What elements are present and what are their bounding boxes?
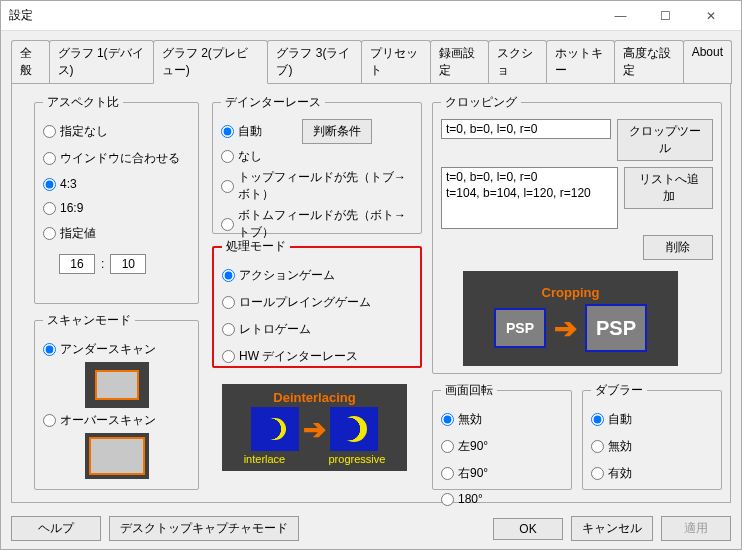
settings-window: 設定 — ☐ ✕ 全般グラフ 1(デバイス)グラフ 2(プレビュー)グラフ 3(… bbox=[0, 0, 742, 550]
cropping-illustration: Cropping PSP ➔ PSP bbox=[463, 271, 678, 366]
aspect-colon: : bbox=[101, 257, 104, 271]
proc-label-0: アクションゲーム bbox=[239, 267, 335, 284]
ok-button[interactable]: OK bbox=[493, 518, 563, 540]
rotate-label-0: 無効 bbox=[458, 411, 482, 428]
underscan-illustration bbox=[85, 362, 149, 408]
overscan-illustration bbox=[85, 433, 149, 479]
judge-condition-button[interactable]: 判断条件 bbox=[302, 119, 372, 144]
aspect-radio-4[interactable] bbox=[43, 227, 56, 240]
deint-bottom-radio[interactable] bbox=[221, 218, 234, 231]
proc-label-2: レトロゲーム bbox=[239, 321, 311, 338]
deint-img-right-cap: progressive bbox=[329, 453, 386, 465]
aspect-w-input[interactable] bbox=[59, 254, 95, 274]
doubler-options: 自動無効有効 bbox=[591, 407, 713, 486]
deint-img-left-cap: interlace bbox=[244, 453, 286, 465]
doubler-radio-1[interactable] bbox=[591, 440, 604, 453]
aspect-radio-1[interactable] bbox=[43, 152, 56, 165]
proc-radio-0[interactable] bbox=[222, 269, 235, 282]
doubler-legend: ダブラー bbox=[591, 382, 647, 399]
deint-none-radio[interactable] bbox=[221, 150, 234, 163]
scan-underscan-radio[interactable] bbox=[43, 343, 56, 356]
doubler-group: ダブラー 自動無効有効 bbox=[582, 382, 722, 490]
titlebar: 設定 — ☐ ✕ bbox=[1, 1, 741, 31]
crop-psp-big: PSP bbox=[585, 304, 647, 352]
aspect-label-3: 16:9 bbox=[60, 201, 83, 215]
proc-label-1: ロールプレイングゲーム bbox=[239, 294, 371, 311]
crop-list-item[interactable]: t=0, b=0, l=0, r=0 bbox=[446, 170, 613, 186]
crop-list-item[interactable]: t=104, b=104, l=120, r=120 bbox=[446, 186, 613, 202]
apply-button[interactable]: 適用 bbox=[661, 516, 731, 541]
deint-img-title: Deinterlacing bbox=[273, 390, 355, 405]
aspect-radio-2[interactable] bbox=[43, 178, 56, 191]
rotate-label-2: 右90° bbox=[458, 465, 488, 482]
tab-8[interactable]: 高度な設定 bbox=[614, 40, 683, 84]
crop-add-button[interactable]: リストへ追加 bbox=[624, 167, 713, 209]
tab-2[interactable]: グラフ 2(プレビュー) bbox=[153, 40, 269, 84]
help-button[interactable]: ヘルプ bbox=[11, 516, 101, 541]
window-title: 設定 bbox=[9, 7, 598, 24]
tab-3[interactable]: グラフ 3(ライブ) bbox=[267, 40, 362, 84]
deint-top-radio[interactable] bbox=[221, 180, 234, 193]
rotation-group: 画面回転 無効左90°右90°180° bbox=[432, 382, 572, 490]
tab-9[interactable]: About bbox=[683, 40, 732, 84]
tab-1[interactable]: グラフ 1(デバイス) bbox=[49, 40, 154, 84]
rotate-radio-3[interactable] bbox=[441, 493, 454, 506]
scan-overscan-radio[interactable] bbox=[43, 414, 56, 427]
deint-bottom-label: ボトムフィールドが先（ボト→トブ） bbox=[238, 207, 413, 241]
doubler-radio-0[interactable] bbox=[591, 413, 604, 426]
crop-tool-button[interactable]: クロップツール bbox=[617, 119, 713, 161]
aspect-h-input[interactable] bbox=[110, 254, 146, 274]
processing-mode-legend: 処理モード bbox=[222, 238, 290, 255]
aspect-group: アスペクト比 指定なしウインドウに合わせる4:316:9指定値 : bbox=[34, 94, 199, 304]
arrow-icon: ➔ bbox=[303, 413, 326, 446]
rotate-radio-0[interactable] bbox=[441, 413, 454, 426]
aspect-radio-3[interactable] bbox=[43, 202, 56, 215]
crop-delete-button[interactable]: 削除 bbox=[643, 235, 713, 260]
cropping-legend: クロッピング bbox=[441, 94, 521, 111]
cropping-group: クロッピング クロップツール t=0, b=0, l=0, r=0t=104, … bbox=[432, 94, 722, 374]
tab-6[interactable]: スクショ bbox=[488, 40, 547, 84]
maximize-button[interactable]: ☐ bbox=[643, 2, 688, 30]
deint-auto-radio[interactable] bbox=[221, 125, 234, 138]
aspect-legend: アスペクト比 bbox=[43, 94, 123, 111]
aspect-label-0: 指定なし bbox=[60, 123, 108, 140]
cancel-button[interactable]: キャンセル bbox=[571, 516, 653, 541]
scan-group: スキャンモード アンダースキャン オーバースキャン bbox=[34, 312, 199, 490]
aspect-label-4: 指定値 bbox=[60, 225, 96, 242]
proc-radio-1[interactable] bbox=[222, 296, 235, 309]
deinterlace-group: デインターレース 自動 判断条件 なし トップフィールドが先（トブ→ボト） ボト… bbox=[212, 94, 422, 234]
arrow-icon: ➔ bbox=[554, 312, 577, 345]
doubler-label-1: 無効 bbox=[608, 438, 632, 455]
doubler-label-2: 有効 bbox=[608, 465, 632, 482]
close-button[interactable]: ✕ bbox=[688, 2, 733, 30]
desktop-capture-button[interactable]: デスクトップキャプチャモード bbox=[109, 516, 299, 541]
bottom-bar: ヘルプ デスクトップキャプチャモード OK キャンセル 適用 bbox=[11, 516, 731, 541]
tab-4[interactable]: プリセット bbox=[361, 40, 430, 84]
deint-auto-label: 自動 bbox=[238, 123, 262, 140]
scan-overscan-label: オーバースキャン bbox=[60, 412, 156, 429]
rotate-radio-1[interactable] bbox=[441, 440, 454, 453]
rotate-label-1: 左90° bbox=[458, 438, 488, 455]
aspect-radio-0[interactable] bbox=[43, 125, 56, 138]
aspect-label-2: 4:3 bbox=[60, 177, 77, 191]
scan-underscan-label: アンダースキャン bbox=[60, 341, 156, 358]
proc-radio-2[interactable] bbox=[222, 323, 235, 336]
crop-psp-small: PSP bbox=[494, 308, 546, 348]
aspect-label-1: ウインドウに合わせる bbox=[60, 150, 180, 167]
tab-0[interactable]: 全般 bbox=[11, 40, 50, 84]
tab-7[interactable]: ホットキー bbox=[546, 40, 615, 84]
minimize-button[interactable]: — bbox=[598, 2, 643, 30]
rotate-radio-2[interactable] bbox=[441, 467, 454, 480]
proc-label-3: HW デインターレース bbox=[239, 348, 358, 365]
deinterlacing-illustration: Deinterlacing ➔ interlace progressive bbox=[222, 384, 407, 471]
doubler-radio-2[interactable] bbox=[591, 467, 604, 480]
scan-legend: スキャンモード bbox=[43, 312, 135, 329]
tab-5[interactable]: 録画設定 bbox=[430, 40, 489, 84]
rotation-options: 無効左90°右90°180° bbox=[441, 407, 563, 510]
crop-list[interactable]: t=0, b=0, l=0, r=0t=104, b=104, l=120, r… bbox=[441, 167, 618, 229]
proc-radio-3[interactable] bbox=[222, 350, 235, 363]
tab-panel: アスペクト比 指定なしウインドウに合わせる4:316:9指定値 : スキャンモー… bbox=[11, 83, 731, 503]
crop-current-input[interactable] bbox=[441, 119, 611, 139]
deint-none-label: なし bbox=[238, 148, 262, 165]
doubler-label-0: 自動 bbox=[608, 411, 632, 428]
